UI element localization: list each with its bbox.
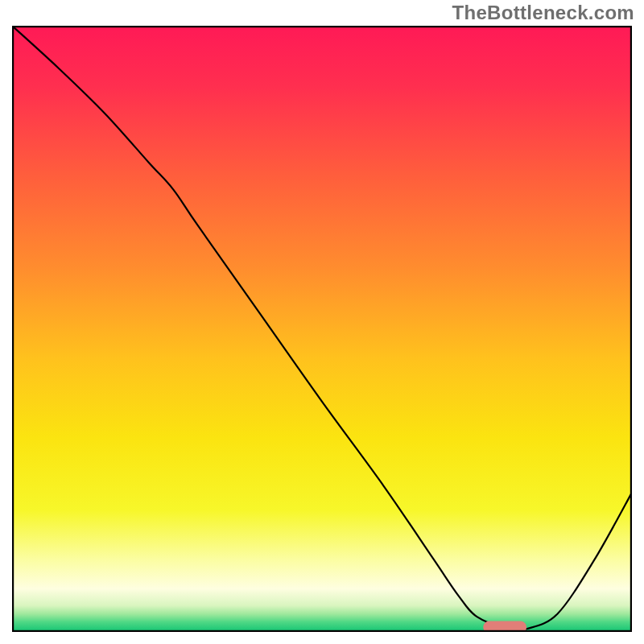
attribution-text: TheBottleneck.com <box>452 2 634 24</box>
chart-container: TheBottleneck.com <box>0 0 644 644</box>
gradient-background <box>13 27 631 631</box>
plot-area <box>12 26 632 632</box>
bottleneck-chart <box>12 26 632 632</box>
